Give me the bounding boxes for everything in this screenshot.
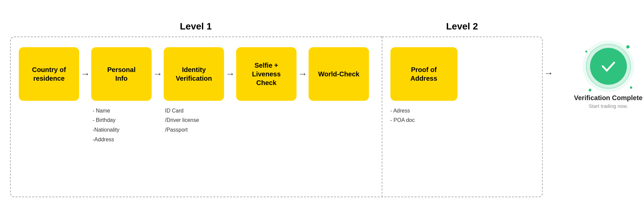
level2-box: Proof ofAddress - Adress - POA doc — [382, 37, 543, 197]
level1-steps-row: Country ofresidence → PersonalInfo → Ide… — [19, 47, 374, 101]
arrow-2: → — [152, 69, 164, 79]
detail-worldcheck — [309, 106, 369, 145]
complete-with-arrow: → Verification Complete Start trading no… — [543, 21, 634, 197]
diagram-container: Level 1 Country ofresidence → PersonalIn… — [10, 21, 634, 197]
step-personal-label: PersonalInfo — [107, 65, 136, 83]
detail-country — [19, 106, 91, 145]
poa-detail-1: - Adress — [390, 106, 534, 116]
detail-personal: - Name - Birthday -Nationality -Address — [91, 106, 164, 145]
step-selfie: Selfie +LivenessCheck — [236, 47, 297, 101]
step-worldcheck-label: World-Check — [318, 70, 360, 78]
step-identity: IdentityVerification — [164, 47, 224, 101]
check-wrapper — [590, 48, 627, 89]
details-row: - Name - Birthday -Nationality -Address … — [19, 106, 374, 145]
arrow-4: → — [297, 69, 309, 79]
step-proof: Proof ofAddress — [390, 47, 458, 101]
step-identity-label: IdentityVerification — [176, 65, 212, 83]
poa-detail-2: - POA doc — [390, 116, 534, 125]
step-worldcheck: World-Check — [309, 47, 369, 101]
sparkle1 — [626, 45, 630, 49]
sparkle2 — [630, 86, 632, 89]
arrow-1: → — [79, 69, 91, 79]
step-country: Country ofresidence — [19, 47, 79, 101]
checkmark-icon — [599, 57, 618, 75]
sparkle4 — [589, 89, 591, 91]
level1-box: Country ofresidence → PersonalInfo → Ide… — [10, 37, 382, 197]
arrow-3: → — [224, 69, 236, 79]
level2-details: - Adress - POA doc — [390, 106, 534, 126]
identity-detail-2: /Driver license — [165, 116, 236, 125]
arrow-final: → — [543, 68, 555, 79]
complete-title: Verification Complete — [574, 94, 643, 102]
step-country-label: Country ofresidence — [32, 65, 66, 83]
level2-section: Level 2 Proof ofAddress - Adress - — [382, 21, 543, 197]
complete-subtitle: Start trading now. — [589, 103, 628, 109]
level2-steps-row: Proof ofAddress — [390, 47, 534, 101]
detail-selfie — [236, 106, 309, 145]
level1-label: Level 1 — [180, 21, 212, 32]
personal-detail-3: -Nationality — [93, 125, 164, 135]
level2-content: Proof ofAddress - Adress - POA doc — [390, 47, 534, 126]
level2-label: Level 2 — [446, 21, 478, 32]
level2-inner: Proof ofAddress - Adress - POA doc — [390, 47, 534, 126]
level1-section: Level 1 Country ofresidence → PersonalIn… — [10, 21, 382, 197]
personal-detail-1: - Name — [93, 106, 164, 116]
personal-detail-2: - Birthday — [93, 116, 164, 125]
step-proof-label: Proof ofAddress — [410, 65, 437, 83]
levels-row: Level 1 Country ofresidence → PersonalIn… — [10, 21, 634, 197]
check-circle — [590, 48, 627, 85]
identity-detail-1: ID Card — [165, 106, 236, 116]
complete-section: Verification Complete Start trading now. — [561, 48, 644, 109]
step-selfie-label: Selfie +LivenessCheck — [252, 61, 281, 87]
step-personal: PersonalInfo — [91, 47, 152, 101]
detail-identity: ID Card /Driver license /Passport — [164, 106, 236, 145]
sparkle3 — [585, 51, 587, 53]
personal-detail-4: -Address — [93, 135, 164, 145]
identity-detail-3: /Passport — [165, 125, 236, 135]
